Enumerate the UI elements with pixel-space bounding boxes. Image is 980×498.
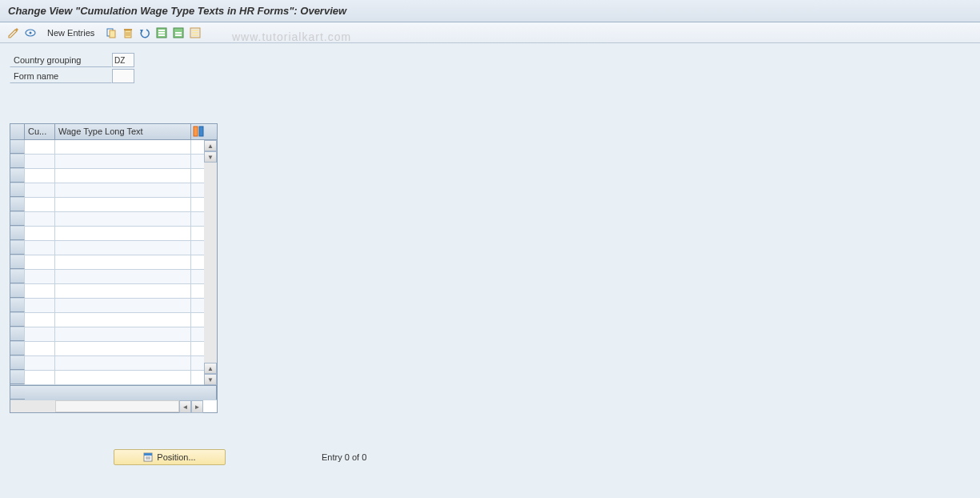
table-footer-selector[interactable]: [10, 386, 25, 400]
delete-icon[interactable]: [121, 26, 135, 40]
cell-col1[interactable]: [25, 327, 55, 341]
cell-col2[interactable]: [55, 342, 191, 355]
new-entries-button[interactable]: New Entries: [40, 26, 102, 40]
table-row[interactable]: [10, 327, 204, 342]
hscroll-right-button[interactable]: ►: [191, 400, 203, 413]
row-selector[interactable]: [10, 183, 25, 197]
cell-col2[interactable]: [55, 227, 191, 240]
table-row[interactable]: [10, 356, 204, 371]
row-selector[interactable]: [10, 241, 25, 255]
cell-col2[interactable]: [55, 140, 191, 154]
svg-rect-5: [124, 29, 132, 30]
scroll-down2-button[interactable]: ▼: [204, 374, 217, 385]
cell-col1[interactable]: [25, 255, 55, 269]
cell-col2[interactable]: [55, 284, 191, 298]
cell-col2[interactable]: [55, 212, 191, 226]
cell-col1[interactable]: [25, 183, 55, 197]
cell-col1[interactable]: [25, 227, 55, 240]
cell-col1[interactable]: [25, 198, 55, 211]
row-selector[interactable]: [10, 155, 25, 168]
table-row[interactable]: [10, 255, 204, 270]
table-col2-header[interactable]: Wage Type Long Text: [55, 124, 191, 139]
cell-col1[interactable]: [25, 371, 55, 384]
cell-col2[interactable]: [55, 198, 191, 211]
page-title: Change View "Cumulation Wage Type Texts …: [8, 5, 346, 17]
form-name-input[interactable]: [112, 69, 134, 83]
row-selector[interactable]: [10, 212, 25, 226]
undo-change-icon[interactable]: [138, 26, 152, 40]
cell-col2[interactable]: [55, 183, 191, 197]
row-selector[interactable]: [10, 140, 25, 154]
table-row[interactable]: [10, 140, 204, 155]
scroll-down-button[interactable]: ▼: [204, 151, 217, 163]
table-configure-icon[interactable]: [191, 124, 206, 139]
cell-col1[interactable]: [25, 241, 55, 255]
toggle-display-change-icon[interactable]: [6, 26, 21, 40]
cell-col1[interactable]: [25, 299, 55, 312]
table-row[interactable]: [10, 241, 204, 255]
svg-rect-19: [192, 34, 198, 36]
select-all-icon[interactable]: [154, 26, 169, 40]
data-table: Cu... Wage Type Long Text ▲ ▼ ▲ ▼: [10, 123, 218, 413]
cell-col2[interactable]: [55, 327, 191, 341]
table-row[interactable]: [10, 169, 204, 183]
scroll-up2-button[interactable]: ▲: [204, 363, 217, 374]
row-selector[interactable]: [10, 227, 25, 240]
row-selector[interactable]: [10, 169, 25, 183]
table-row[interactable]: [10, 227, 204, 241]
select-block-icon[interactable]: [171, 26, 186, 40]
table-row[interactable]: [10, 371, 204, 385]
vertical-scrollbar[interactable]: ▲ ▼ ▲ ▼: [204, 140, 217, 385]
cell-col2[interactable]: [55, 241, 191, 255]
table-row[interactable]: [10, 342, 204, 356]
table-row[interactable]: [10, 183, 204, 198]
row-selector[interactable]: [10, 327, 25, 341]
country-grouping-input[interactable]: [112, 53, 134, 67]
title-bar: Change View "Cumulation Wage Type Texts …: [0, 0, 980, 22]
svg-rect-18: [192, 32, 198, 34]
cell-col1[interactable]: [25, 313, 55, 327]
cell-col2[interactable]: [55, 371, 191, 384]
scroll-up-button[interactable]: ▲: [204, 140, 217, 151]
row-selector[interactable]: [10, 313, 25, 327]
table-row[interactable]: [10, 212, 204, 227]
table-row[interactable]: [10, 313, 204, 327]
row-selector[interactable]: [10, 371, 25, 384]
cell-col2[interactable]: [55, 299, 191, 312]
hscroll-left-button[interactable]: ◄: [179, 400, 191, 413]
table-select-all-header[interactable]: [10, 124, 25, 139]
table-col1-header[interactable]: Cu...: [25, 124, 55, 139]
deselect-all-icon[interactable]: [188, 26, 202, 40]
scroll-track[interactable]: [204, 163, 217, 363]
other-view-icon[interactable]: [23, 26, 38, 40]
row-selector[interactable]: [10, 342, 25, 355]
table-row[interactable]: [10, 299, 204, 313]
row-selector[interactable]: [10, 284, 25, 298]
copy-as-icon[interactable]: [104, 26, 118, 40]
row-selector[interactable]: [10, 255, 25, 269]
cell-col2[interactable]: [55, 255, 191, 269]
row-selector[interactable]: [10, 198, 25, 211]
cell-col1[interactable]: [25, 284, 55, 298]
table-row[interactable]: [10, 270, 204, 284]
cell-col1[interactable]: [25, 140, 55, 154]
cell-col1[interactable]: [25, 356, 55, 370]
cell-col1[interactable]: [25, 212, 55, 226]
cell-col2[interactable]: [55, 313, 191, 327]
cell-col2[interactable]: [55, 155, 191, 168]
table-row[interactable]: [10, 198, 204, 212]
table-row[interactable]: [10, 284, 204, 299]
position-button[interactable]: Position...: [114, 449, 226, 465]
cell-col1[interactable]: [25, 270, 55, 283]
cell-col2[interactable]: [55, 270, 191, 283]
row-selector[interactable]: [10, 299, 25, 312]
cell-col1[interactable]: [25, 155, 55, 168]
cell-col1[interactable]: [25, 342, 55, 355]
cell-col1[interactable]: [25, 169, 55, 183]
cell-col2[interactable]: [55, 169, 191, 183]
table-row[interactable]: [10, 155, 204, 169]
row-selector[interactable]: [10, 270, 25, 283]
row-selector[interactable]: [10, 356, 25, 370]
cell-col2[interactable]: [55, 356, 191, 370]
hscroll-track[interactable]: [55, 400, 179, 412]
